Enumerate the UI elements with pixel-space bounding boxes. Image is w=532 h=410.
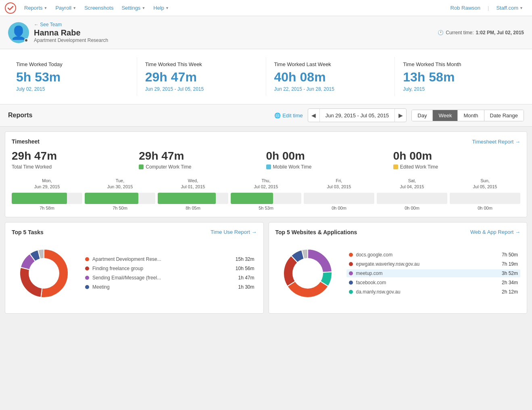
ts-value-0: 29h 47m: [12, 150, 139, 162]
nav-settings-caret: ▼: [142, 6, 145, 10]
nav-company[interactable]: Staff.com ▼: [492, 5, 527, 11]
prev-date-button[interactable]: ◀: [308, 109, 319, 122]
avatar-status-dot: [24, 38, 28, 42]
day-bar-1: [85, 193, 138, 204]
top-websites-panel: Top 5 Websites & Applications Web & App …: [269, 222, 528, 314]
task-label-0: Apartment Development Rese...: [92, 256, 232, 262]
stat-value-2: 40h 08m: [274, 70, 387, 85]
day-bar-0: [12, 193, 67, 204]
day-label-3: Thu,Jul 02, 2015: [254, 178, 278, 190]
day-bar-wrap-0: [12, 193, 82, 204]
day-time-4: 0h 00m: [332, 206, 346, 210]
svg-point-0: [5, 3, 16, 13]
day-label-5: Sat,Jul 04, 2015: [400, 178, 424, 190]
timesheet-section: Timesheet Timesheet Report → 29h 47m Tot…: [5, 131, 527, 217]
day-time-6: 0h 00m: [478, 206, 492, 210]
stat-label-3: Time Worked This Month: [403, 61, 516, 67]
website-value-3: 2h 34m: [502, 280, 518, 285]
nav-reports[interactable]: Reports ▼: [20, 5, 51, 11]
website-value-1: 7h 19m: [502, 261, 518, 267]
ts-dot-yellow: [393, 164, 398, 169]
edit-time-button[interactable]: 🌐 Edit time: [274, 112, 303, 119]
ts-label-0: Total Time Worked: [12, 164, 139, 170]
day-bar-wrap-1: [85, 193, 155, 204]
website-value-0: 7h 50m: [502, 252, 518, 258]
day-time-3: 5h 53m: [259, 206, 273, 210]
website-legend-item-1: epwgate.waverley.nsw.gov.au 7h 19m: [346, 260, 521, 268]
website-label-1: epwgate.waverley.nsw.gov.au: [356, 261, 499, 267]
websites-legend: docs.google.com 7h 50m epwgate.waverley.…: [346, 251, 521, 297]
stat-period-3: July, 2015: [403, 86, 516, 92]
ts-stat-3: 0h 00m Edited Work Time: [393, 148, 520, 171]
tasks-legend: Apartment Development Rese... 15h 32m Fi…: [83, 255, 257, 292]
see-team-link[interactable]: ← See Team: [34, 22, 108, 27]
period-btn-month[interactable]: Month: [458, 110, 484, 121]
stat-item-1: Time Worked This Week 29h 47m Jun 29, 20…: [137, 57, 266, 96]
timesheet-report-link[interactable]: Timesheet Report →: [472, 139, 520, 145]
day-bar-wrap-2: [158, 193, 228, 204]
bottom-panels: Top 5 Tasks Time Use Report → Apartment …: [5, 222, 527, 314]
timesheet-stats: 29h 47m Total Time Worked29h 47m Compute…: [12, 148, 520, 171]
day-bar-2: [158, 193, 216, 204]
stat-value-1: 29h 47m: [145, 70, 258, 85]
website-label-2: meetup.com: [356, 271, 499, 276]
svg-point-4: [292, 258, 323, 289]
day-bar-wrap-5: [377, 193, 447, 204]
current-time-label: Current time:: [446, 30, 474, 35]
nav-help[interactable]: Help ▼: [149, 5, 173, 11]
period-btn-day[interactable]: Day: [412, 110, 433, 121]
ts-label-2: Mobile Work Time: [266, 164, 393, 170]
stat-label-1: Time Worked This Week: [145, 61, 258, 67]
navigation: Reports ▼ Payroll ▼ Screenshots Settings…: [0, 0, 532, 16]
current-time-value: 1:02 PM, Jul 02, 2015: [476, 30, 524, 35]
top-websites-content: docs.google.com 7h 50m epwgate.waverley.…: [275, 241, 521, 307]
day-label-2: Wed,Jul 01, 2015: [181, 178, 205, 190]
day-bar-3: [231, 193, 273, 204]
day-grid: Mon,Jun 29, 2015 7h 58mTue,Jun 30, 2015 …: [12, 178, 520, 210]
nav-payroll[interactable]: Payroll ▼: [51, 5, 80, 11]
website-dot-4: [349, 290, 353, 294]
stat-label-0: Time Worked Today: [16, 61, 129, 67]
edit-time-icon: 🌐: [274, 112, 281, 119]
ts-value-2: 0h 00m: [266, 150, 393, 162]
app-logo[interactable]: [5, 2, 16, 14]
top-tasks-content: Apartment Development Rese... 15h 32m Fi…: [12, 241, 257, 307]
next-date-button[interactable]: ▶: [395, 109, 406, 122]
day-bar-wrap-6: [450, 193, 520, 204]
ts-value-3: 0h 00m: [393, 150, 520, 162]
svg-point-2: [29, 258, 59, 289]
ts-label-1: Computer Work Time: [139, 164, 266, 170]
website-dot-2: [349, 271, 353, 275]
period-btn-date-range[interactable]: Date Range: [484, 110, 524, 121]
nav-help-caret: ▼: [165, 6, 169, 10]
task-label-1: Finding freelance group: [92, 266, 232, 271]
website-dot-3: [349, 281, 353, 285]
task-dot-1: [85, 266, 89, 271]
nav-screenshots[interactable]: Screenshots: [80, 5, 117, 11]
task-legend-item-1: Finding freelance group 10h 56m: [83, 264, 257, 273]
reports-section-title: Reports: [8, 112, 269, 119]
nav-user[interactable]: Rob Rawson: [446, 5, 484, 11]
nav-settings[interactable]: Settings ▼: [117, 5, 149, 11]
time-use-report-link[interactable]: Time Use Report →: [211, 229, 257, 235]
website-dot-1: [349, 262, 353, 266]
websites-chart: [275, 241, 340, 307]
timesheet-title: Timesheet: [12, 138, 40, 145]
task-value-2: 1h 47m: [238, 275, 254, 281]
web-app-report-link[interactable]: Web & App Report →: [470, 229, 520, 235]
top-tasks-header: Top 5 Tasks Time Use Report →: [12, 229, 257, 235]
ts-value-1: 29h 47m: [139, 150, 266, 162]
tasks-chart: [12, 241, 76, 307]
user-name: Hanna Rabe: [34, 28, 108, 37]
day-col-3: Thu,Jul 02, 2015 5h 53m: [231, 178, 301, 210]
day-col-2: Wed,Jul 01, 2015 8h 05m: [158, 178, 228, 210]
website-label-3: facebook.com: [356, 280, 499, 285]
day-time-1: 7h 50m: [113, 206, 127, 210]
clock-icon: 🕐: [438, 30, 444, 35]
day-label-0: Mon,Jun 29, 2015: [34, 178, 60, 190]
nav-reports-caret: ▼: [44, 6, 48, 10]
stat-item-3: Time Worked This Month 13h 58m July, 201…: [395, 57, 524, 96]
ts-stat-2: 0h 00m Mobile Work Time: [266, 148, 393, 171]
period-btn-week[interactable]: Week: [433, 110, 458, 121]
task-dot-0: [85, 257, 89, 261]
